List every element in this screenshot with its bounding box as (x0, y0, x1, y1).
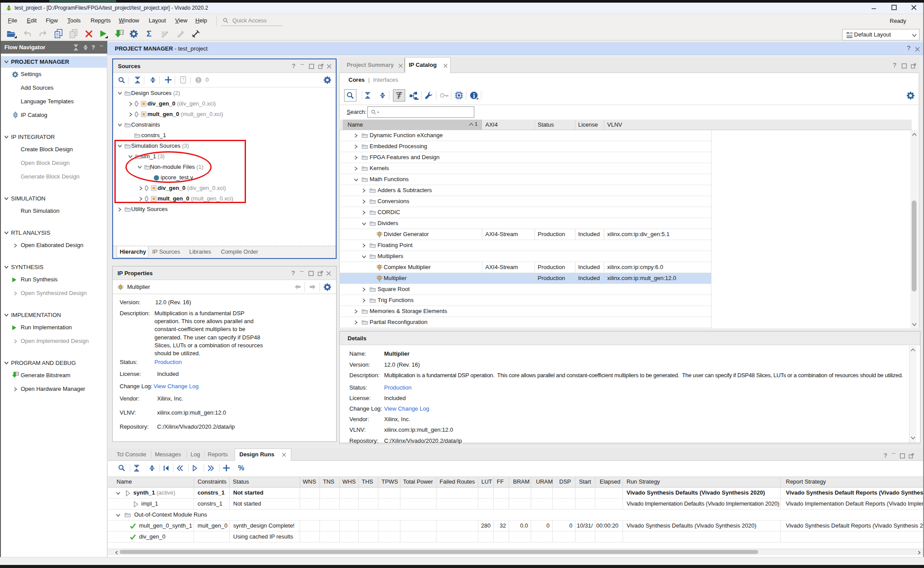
svg-text:?: ? (182, 77, 184, 82)
